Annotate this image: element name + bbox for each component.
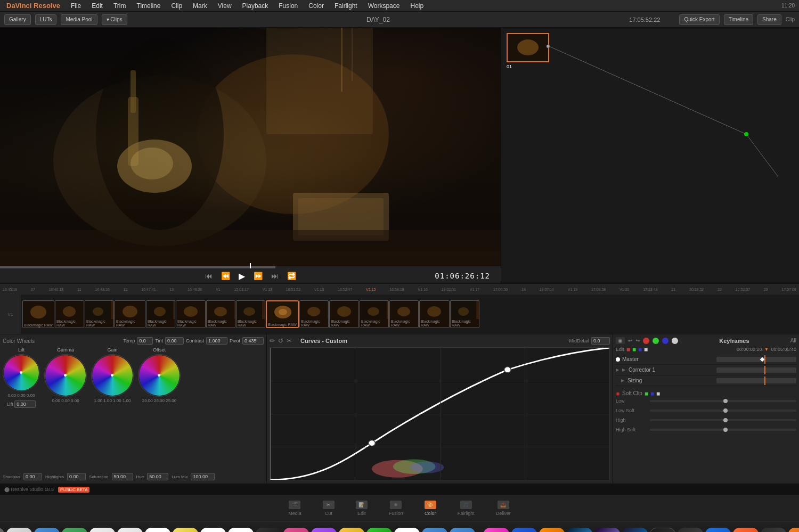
kf-master-bar[interactable] xyxy=(716,357,796,362)
temp-input[interactable] xyxy=(137,337,153,345)
go-to-start-btn[interactable]: ⏮ xyxy=(203,272,215,280)
timeline-clip-12[interactable]: Blackmagic RAW xyxy=(389,300,419,328)
video-frame[interactable] xyxy=(0,28,501,268)
hue-input[interactable] xyxy=(147,473,168,480)
tab-media[interactable]: 🎬 Media xyxy=(288,501,301,516)
timeline-clip-9[interactable]: Blackmagic RAW xyxy=(299,300,329,328)
kf-color-icon[interactable]: ◉ xyxy=(616,337,625,344)
menu-edit[interactable]: Edit xyxy=(89,2,105,10)
loop-btn[interactable]: 🔁 xyxy=(285,272,298,280)
tab-fairlight[interactable]: 🎵 Fairlight xyxy=(458,501,475,516)
shadows-input[interactable] xyxy=(23,473,42,480)
dock-commander[interactable]: 📁 xyxy=(422,528,447,533)
dock-music[interactable]: 🎵 xyxy=(283,528,309,533)
gamma-wheel[interactable] xyxy=(44,354,87,397)
media-pool-btn[interactable]: Media Pool xyxy=(61,14,97,25)
dock-calendar[interactable]: 📅 xyxy=(145,528,170,533)
dock-messages[interactable]: 💬 xyxy=(366,528,392,533)
dock-amphetamine[interactable]: ⚡ xyxy=(339,528,364,533)
timeline-clip-14[interactable]: Blackmagic RAW xyxy=(450,300,479,328)
kf-corrector-arrow[interactable]: ▶ xyxy=(616,367,619,372)
dock-notes[interactable]: 📝 xyxy=(173,528,198,533)
menu-fairlight[interactable]: Fairlight xyxy=(332,2,360,10)
dock-screenium[interactable]: 📷 xyxy=(678,528,703,533)
middetail-input[interactable] xyxy=(591,337,610,345)
kf-sizing-arrow[interactable]: ▶ xyxy=(621,378,624,383)
pivot-input[interactable] xyxy=(242,337,264,345)
sc-low-slider[interactable] xyxy=(650,400,796,402)
timeline-clip-3[interactable]: Blackmagic RAW xyxy=(85,300,114,328)
dock-1password[interactable]: 1 xyxy=(705,528,731,533)
menu-view[interactable]: View xyxy=(216,2,234,10)
dock-photoshop[interactable]: Ps xyxy=(567,528,592,533)
node-editor[interactable]: 01 xyxy=(501,28,799,283)
tab-cut[interactable]: ✂ Cut xyxy=(323,501,335,516)
menu-help[interactable]: Help xyxy=(408,2,426,10)
curves-select-icon[interactable]: ✂ xyxy=(287,337,292,345)
kf-red-btn[interactable] xyxy=(643,338,649,344)
dock-maps[interactable]: 🗺 xyxy=(62,528,87,533)
kf-white-btn[interactable] xyxy=(672,338,678,344)
tab-fusion[interactable]: ⚛ Fusion xyxy=(389,501,403,516)
kf-green-btn[interactable] xyxy=(653,338,659,344)
menu-fusion[interactable]: Fusion xyxy=(276,2,300,10)
sc-high-handle[interactable] xyxy=(723,418,728,422)
tint-input[interactable] xyxy=(165,337,184,345)
kf-corrector-toggle[interactable]: ▶ xyxy=(622,367,625,372)
timeline-clips[interactable]: Blackmagic RAW Blackmagic RAW Blackmagic… xyxy=(21,294,799,334)
dock-xd[interactable]: Xd xyxy=(484,528,509,533)
menu-color[interactable]: Color xyxy=(306,2,326,10)
dock-mediaencoder[interactable]: Me xyxy=(622,528,648,533)
sc-high-slider[interactable] xyxy=(650,419,796,421)
lift-master-input[interactable] xyxy=(14,400,36,408)
dock-safari[interactable]: 🧭 xyxy=(6,528,32,533)
dock-launchpad[interactable]: 🚀 xyxy=(0,528,4,533)
timeline-clip-1[interactable]: Blackmagic RAW xyxy=(22,300,54,328)
sc-high-soft-handle[interactable] xyxy=(723,428,728,432)
menu-workspace[interactable]: Workspace xyxy=(366,2,402,10)
dock-photos[interactable]: 🌸 xyxy=(89,528,115,533)
timeline-clip-2[interactable]: Blackmagic RAW xyxy=(55,300,84,328)
play-btn[interactable]: ▶ xyxy=(237,271,247,281)
dock-cloudflare[interactable]: ☁ xyxy=(788,528,799,533)
dock-bridge[interactable]: Br xyxy=(511,528,537,533)
go-to-end-btn[interactable]: ⏭ xyxy=(269,272,281,280)
project-name[interactable]: DAY_02 xyxy=(366,16,390,23)
share-btn[interactable]: Share xyxy=(757,14,781,25)
menu-clip[interactable]: Clip xyxy=(169,2,184,10)
sc-low-soft-handle[interactable] xyxy=(723,408,728,413)
saturation-input[interactable] xyxy=(112,473,133,480)
dock-freeform[interactable]: ✏ xyxy=(228,528,254,533)
sc-low-handle[interactable] xyxy=(723,399,728,403)
curves-canvas[interactable] xyxy=(270,347,610,480)
menu-file[interactable]: File xyxy=(69,2,83,10)
gallery-btn[interactable]: Gallery xyxy=(4,14,31,25)
tab-edit[interactable]: 📝 Edit xyxy=(356,501,368,516)
lum-mix-input[interactable] xyxy=(191,473,215,480)
kf-all-btn[interactable]: All xyxy=(790,338,796,343)
dock-reminders[interactable]: 🔔 xyxy=(200,528,226,533)
dock-notion[interactable]: N xyxy=(394,528,420,533)
timeline-clip-active[interactable]: Blackmagic RAW xyxy=(266,300,299,328)
dock-klokki[interactable]: ⏱ xyxy=(450,528,475,533)
lift-wheel[interactable] xyxy=(3,354,40,391)
kf-redo-icon[interactable]: ↪ xyxy=(635,338,640,343)
step-back-btn[interactable]: ⏪ xyxy=(219,272,232,280)
step-forward-btn[interactable]: ⏩ xyxy=(251,272,265,280)
kf-corrector-bar[interactable] xyxy=(716,367,796,373)
gain-wheel[interactable] xyxy=(91,354,134,397)
quick-export-btn[interactable]: Quick Export xyxy=(679,14,719,25)
contrast-input[interactable] xyxy=(206,337,227,345)
tab-deliver[interactable]: 📤 Deliver xyxy=(496,501,511,516)
dock-contacts[interactable]: 👤 xyxy=(117,528,143,533)
kf-sizing-bar[interactable] xyxy=(716,378,796,383)
menu-playback[interactable]: Playback xyxy=(240,2,271,10)
timeline-clip-5[interactable]: Blackmagic RAW xyxy=(146,300,175,328)
curves-reset-icon[interactable]: ↺ xyxy=(278,337,283,345)
offset-wheel[interactable] xyxy=(138,354,181,397)
timeline-btn[interactable]: Timeline xyxy=(724,14,753,25)
dock-appletv[interactable]: 📺 xyxy=(256,528,281,533)
kf-undo-icon[interactable]: ↩ xyxy=(628,338,632,343)
curves-pencil-icon[interactable]: ✏ xyxy=(270,337,275,345)
tab-color[interactable]: 🎨 Color xyxy=(425,501,436,516)
